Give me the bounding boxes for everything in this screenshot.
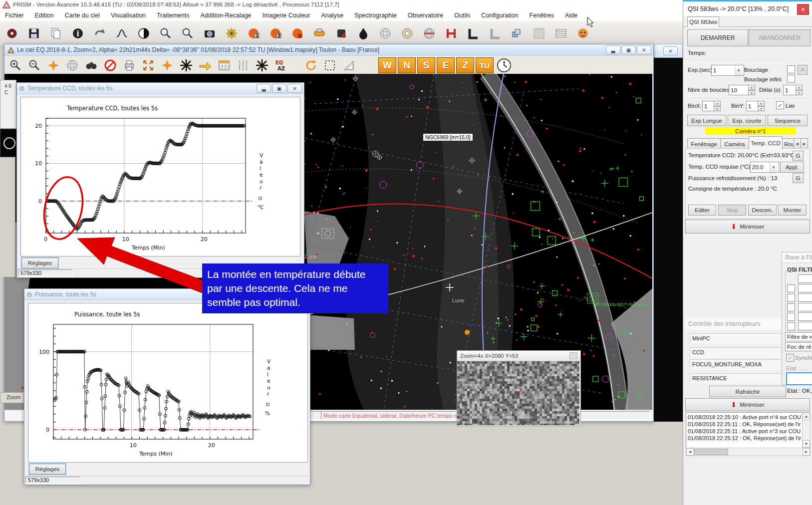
goto-arrow-icon[interactable] <box>196 57 214 73</box>
abandonner-button[interactable]: ABANDONNER <box>749 29 811 46</box>
sky-restore-icon[interactable]: ▣ <box>621 45 636 54</box>
menu-configuration[interactable]: Configuration <box>481 12 518 19</box>
filtre-de-re-field[interactable]: Filtre de re <box>785 332 812 341</box>
zoom-small-icon[interactable] <box>156 23 176 43</box>
switch-row-ccd[interactable]: CCD <box>690 347 789 357</box>
temperature-restore-icon[interactable]: ▣ <box>272 84 286 93</box>
menu-addition-recalage[interactable]: Addition-Recalage <box>200 12 251 19</box>
temperature-minimize-icon[interactable]: ▃ <box>257 84 271 93</box>
filter-name-field[interactable] <box>798 322 812 330</box>
exp-longue-button[interactable]: Exp Longue <box>687 115 726 126</box>
minimiser-button-top[interactable]: ⬇ Minimiser <box>685 220 810 234</box>
switch-row-focus-monture-moxa[interactable]: FOCUS_MONTURE_MOXA <box>690 359 789 369</box>
comet-icon[interactable] <box>158 57 176 73</box>
qsi-window-tab[interactable]: QSI 583ws <box>687 16 719 27</box>
log-vertical-scrollbar[interactable]: ▲ ▼ <box>802 412 811 448</box>
pages-icon[interactable] <box>46 23 66 43</box>
editer-button[interactable]: Editer <box>688 205 716 216</box>
capture-icon[interactable] <box>200 23 220 43</box>
minimiser-button-bottom[interactable]: ⬇ Minimiser <box>685 398 810 411</box>
binx-stepper[interactable]: ▲▼ <box>714 101 721 111</box>
zoom-in-icon[interactable] <box>6 57 24 73</box>
exp-select[interactable]: 1▼ <box>711 65 744 76</box>
menu-fichier[interactable]: Fichier <box>5 12 24 19</box>
power-reglages-button[interactable]: Réglages <box>29 464 66 475</box>
chevron-down-icon[interactable]: ▼ <box>770 162 777 172</box>
panel-icon[interactable] <box>551 23 571 43</box>
stop-button[interactable]: Stop <box>718 205 746 216</box>
bracket-grey-icon[interactable] <box>485 23 505 43</box>
monter-button[interactable]: Monter <box>778 205 807 216</box>
gear-gold-icon[interactable] <box>222 23 242 43</box>
info-icon[interactable]: i <box>68 23 88 43</box>
sphere-grey-icon[interactable] <box>63 57 81 73</box>
qsi-tab-right-icon[interactable]: ► <box>801 138 808 149</box>
scroll-up-icon[interactable]: ▲ <box>803 413 810 420</box>
ccd-zoom-image[interactable] <box>457 361 579 425</box>
bouclage-cancel-icon[interactable]: ✕ <box>798 65 808 75</box>
printer-icon[interactable] <box>120 57 138 73</box>
camera-red-icon[interactable] <box>287 23 307 43</box>
blank-icon[interactable] <box>529 23 549 43</box>
hidden-window-close-icon[interactable]: ✕ <box>663 46 678 55</box>
zoom-page-icon[interactable] <box>178 23 198 43</box>
clock-icon[interactable] <box>495 57 513 73</box>
descen-button[interactable]: Descen. <box>748 205 777 216</box>
nbre-boucles-stepper[interactable]: ▲▼ <box>748 85 755 95</box>
chevron-down-icon[interactable]: ▼ <box>735 65 742 75</box>
tab-cam-ra[interactable]: Caméra <box>720 138 749 149</box>
filter-name-field[interactable] <box>798 284 812 292</box>
sky-minimize-icon[interactable]: ▃ <box>606 45 620 54</box>
delai-stepper[interactable]: ▲▼ <box>796 85 803 95</box>
lier-checkbox[interactable]: ✓ <box>776 101 784 109</box>
filter-checkbox[interactable] <box>787 284 795 292</box>
bouclage-checkbox[interactable] <box>787 65 795 73</box>
filter-name-field[interactable] <box>798 312 812 321</box>
menu-carte-du-ciel[interactable]: Carte du ciel <box>65 12 100 19</box>
contrast-icon[interactable] <box>134 23 154 43</box>
curve-icon[interactable] <box>112 23 132 43</box>
menu-visualisation[interactable]: Visualisation <box>111 12 146 19</box>
sequence-button[interactable]: Sequence <box>768 115 808 126</box>
demarrer-button[interactable]: DEMARRER <box>687 29 748 46</box>
ccd-zoom-close-icon[interactable] <box>569 352 577 359</box>
filter-name-field[interactable] <box>798 293 812 302</box>
camera-2-icon[interactable]: 2 <box>266 23 285 43</box>
qsi-close-icon[interactable]: ✕ <box>797 4 809 15</box>
filter-name-field[interactable] <box>798 274 812 283</box>
zoom-out-icon[interactable] <box>25 57 43 73</box>
temp-graph-button[interactable]: G <box>793 151 804 161</box>
temperature-window-titlebar[interactable]: ⚙ Temperature CCD, toutes les 5s ▃ ▣ ✕ <box>17 83 304 94</box>
biny-stepper[interactable]: ▲▼ <box>758 101 765 111</box>
menu-fen-tres[interactable]: Fenêtres <box>530 12 554 19</box>
switch-row-minipc[interactable]: MiniPC <box>690 333 789 343</box>
filter-name-field[interactable] <box>798 303 812 311</box>
filter-checkbox[interactable] <box>787 313 795 321</box>
menu-aide[interactable]: Aide <box>565 12 577 19</box>
synch-checkbox[interactable]: ✓ <box>786 354 794 362</box>
tool-dark-icon[interactable] <box>331 23 351 43</box>
puissance-graph-button[interactable]: G <box>793 173 804 183</box>
compass-button-s[interactable]: S <box>417 57 435 73</box>
drop-icon[interactable] <box>353 23 373 43</box>
compass-button-e[interactable]: E <box>437 57 455 73</box>
sphere-icon[interactable] <box>375 23 395 43</box>
foc-de-re-field[interactable]: Foc de ré <box>785 342 812 351</box>
eq-az-icon[interactable]: EQAZ <box>272 57 289 73</box>
log-horizontal-scrollbar[interactable]: ◄ ► <box>686 448 811 456</box>
appl-button[interactable]: Appl. <box>780 162 804 173</box>
event-log[interactable]: 01/08/2018 22:25:10 : Active port n°4 su… <box>686 412 806 449</box>
bouclage-infini-checkbox[interactable] <box>787 75 795 83</box>
scroll-thumb[interactable] <box>694 449 728 455</box>
filter-wheel-focused-button[interactable] <box>786 372 812 385</box>
burst-orange-icon[interactable] <box>44 57 62 73</box>
star-black-icon[interactable] <box>177 57 195 73</box>
compass-button-z[interactable]: Z <box>456 57 474 73</box>
ephemeris-table-icon[interactable] <box>215 57 233 73</box>
rafraichir-button[interactable]: Rafraichir <box>709 386 786 397</box>
filter-checkbox[interactable] <box>787 294 795 302</box>
compass-button-n[interactable]: N <box>398 57 416 73</box>
menu-observatoire[interactable]: Observatoire <box>408 12 444 19</box>
cube-3d-icon[interactable] <box>507 23 527 43</box>
tab-fen-trage[interactable]: Fenêtrage <box>687 138 721 149</box>
